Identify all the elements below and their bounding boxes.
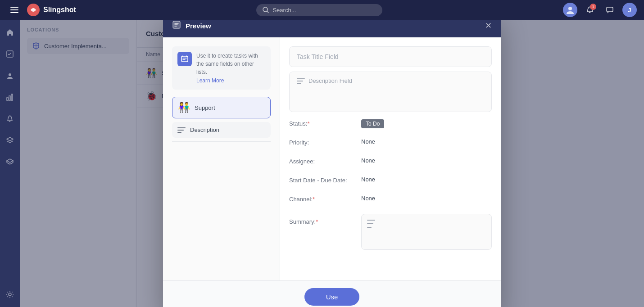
summary-field xyxy=(361,214,492,250)
svg-rect-9 xyxy=(7,98,8,100)
svg-rect-10 xyxy=(9,96,10,100)
status-field-row: Status:* To Do xyxy=(289,119,492,132)
preview-modal-header: Preview ✕ xyxy=(163,20,501,37)
assignee-value: None xyxy=(361,157,375,164)
preview-info-text-container: Use it to create tasks with the same fie… xyxy=(196,52,265,84)
priority-field-row: Priority: None xyxy=(289,138,492,151)
desc-lines-icon xyxy=(177,127,186,133)
priority-value: None xyxy=(361,138,375,145)
preview-info-icon xyxy=(177,52,192,66)
app-logo: Slingshot xyxy=(27,4,76,16)
search-placeholder: Search... xyxy=(272,7,296,14)
notification-badge: 1 xyxy=(590,4,596,10)
status-label: Status:* xyxy=(289,119,361,127)
svg-rect-0 xyxy=(10,7,18,8)
notifications-icon[interactable]: 1 xyxy=(583,3,597,17)
learn-more-link[interactable]: Learn More xyxy=(196,77,224,84)
summary-lines-icon xyxy=(367,220,375,228)
date-field-row: Start Date - Due Date: None xyxy=(289,176,492,189)
summary-label: Summary:* xyxy=(289,214,361,225)
sidebar xyxy=(0,20,20,307)
sidebar-people-icon[interactable] xyxy=(3,68,17,83)
sidebar-tasks-icon[interactable] xyxy=(3,47,17,61)
use-button[interactable]: Use xyxy=(304,288,360,306)
preview-selected-type[interactable]: 👫 Support xyxy=(172,97,271,118)
preview-left-panel: Use it to create tasks with the same fie… xyxy=(163,37,280,280)
channel-value: None xyxy=(361,195,375,202)
user-avatar[interactable]: J xyxy=(622,3,637,17)
assignee-label: Assignee: xyxy=(289,157,361,165)
preview-info-text: Use it to create tasks with the same fie… xyxy=(196,52,265,76)
topbar: Slingshot Search... 1 J xyxy=(0,0,644,20)
description-field: Description Field xyxy=(289,72,492,112)
description-placeholder: Description Field xyxy=(308,77,352,84)
type-label: Support xyxy=(195,104,215,111)
preview-close-button[interactable]: ✕ xyxy=(485,21,492,31)
messages-icon[interactable] xyxy=(603,3,617,17)
sidebar-notifications-icon[interactable] xyxy=(3,112,17,126)
preview-footer: Use xyxy=(163,280,501,307)
svg-rect-1 xyxy=(10,9,18,10)
channel-required: * xyxy=(313,196,315,203)
preview-modal: Preview ✕ xyxy=(163,20,501,307)
sidebar-analytics-icon[interactable] xyxy=(3,90,17,104)
date-value: None xyxy=(361,176,375,183)
preview-title: Preview xyxy=(186,22,211,30)
modal-overlay: Preview ✕ xyxy=(20,20,644,307)
channel-field-row: Channel:* None xyxy=(289,195,492,208)
sidebar-home-icon[interactable] xyxy=(3,25,17,40)
app-name: Slingshot xyxy=(43,6,76,14)
content-wrapper: LOCATIONS Customer Implementa... Custo xyxy=(20,20,644,307)
svg-point-12 xyxy=(9,293,11,296)
desc-label: Description xyxy=(190,126,219,133)
sidebar-settings-icon[interactable] xyxy=(3,287,17,302)
main-area: LOCATIONS Customer Implementa... Custo xyxy=(0,20,644,307)
preview-body: Use it to create tasks with the same fie… xyxy=(163,37,501,280)
user-avatar-small[interactable] xyxy=(563,3,577,17)
preview-right-panel: Task Title Field Description Field Statu… xyxy=(280,37,501,280)
summary-required: * xyxy=(316,218,318,225)
sidebar-grid-icon[interactable] xyxy=(3,155,17,169)
svg-rect-14 xyxy=(181,56,188,62)
status-badge: To Do xyxy=(361,119,384,128)
svg-point-8 xyxy=(9,73,11,76)
topbar-icons: 1 J xyxy=(563,3,637,17)
assignee-field-row: Assignee: None xyxy=(289,157,492,170)
search-bar[interactable]: Search... xyxy=(256,4,382,16)
preview-header-icon xyxy=(172,20,181,31)
svg-rect-2 xyxy=(10,12,18,13)
preview-info-box: Use it to create tasks with the same fie… xyxy=(172,46,271,90)
svg-rect-11 xyxy=(11,94,13,100)
preview-desc-item[interactable]: Description xyxy=(172,122,271,138)
separator xyxy=(172,141,271,142)
sidebar-layers-icon[interactable] xyxy=(3,133,17,148)
status-required: * xyxy=(307,120,309,127)
svg-rect-6 xyxy=(607,7,613,12)
date-label: Start Date - Due Date: xyxy=(289,176,361,184)
channel-label: Channel:* xyxy=(289,195,361,203)
svg-point-5 xyxy=(568,7,572,10)
task-title-field: Task Title Field xyxy=(289,46,492,67)
task-title-placeholder: Task Title Field xyxy=(297,53,339,60)
summary-field-row: Summary:* xyxy=(289,214,492,250)
type-emoji: 👫 xyxy=(178,102,190,113)
priority-label: Priority: xyxy=(289,138,361,146)
hamburger-icon[interactable] xyxy=(7,3,22,17)
desc-field-icon xyxy=(297,78,305,84)
